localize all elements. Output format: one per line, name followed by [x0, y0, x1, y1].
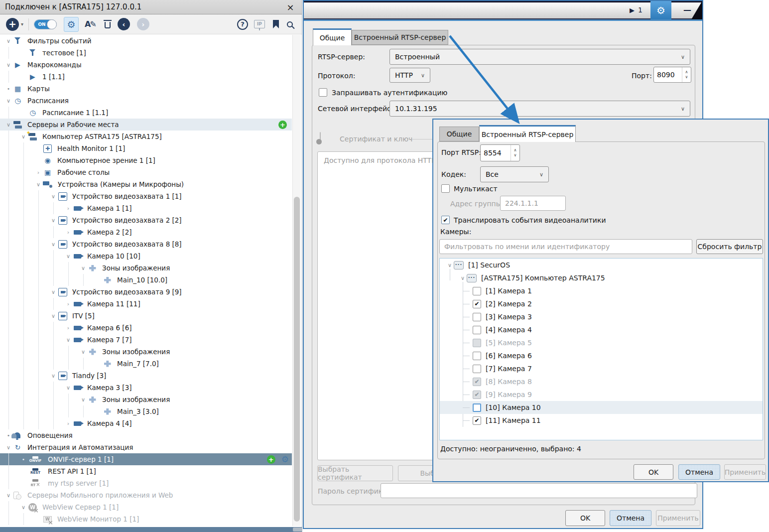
tree-item[interactable]: ›▣Рабочие столы — [0, 166, 292, 178]
expanded-icon[interactable]: ∨ — [49, 373, 58, 379]
tree-item[interactable]: ∨Tiandy [3] — [0, 370, 292, 382]
cancel-button[interactable]: Отмена — [610, 510, 651, 526]
tree-item[interactable]: •Оповещения — [0, 429, 292, 441]
bookmark-icon[interactable] — [273, 20, 279, 28]
add-object-dropdown-icon[interactable]: ▾ — [21, 21, 23, 27]
search-icon[interactable] — [287, 21, 293, 27]
expanded-icon[interactable]: ∨ — [4, 122, 13, 128]
camera-tree-computer[interactable]: ∨ ··· [ASTRA175] Компьютер ASTRA175 — [440, 271, 763, 284]
camera-tree-root[interactable]: ∨ ··· [1] SecurOS — [440, 259, 763, 271]
tab-general[interactable]: Общие — [313, 28, 352, 45]
reset-filter-button[interactable]: Сбросить фильтр — [696, 239, 763, 254]
forward-button[interactable]: › — [137, 18, 149, 30]
tree-item[interactable]: ✚Health Monitor 1 [1] — [0, 142, 292, 154]
tree-item[interactable]: ∨Устройство видеозахвата 9 [9] — [0, 286, 292, 298]
help-button[interactable]: ? — [237, 19, 248, 30]
collapsed-icon[interactable]: › — [64, 325, 73, 331]
tree-item[interactable]: RESTREST API 1 [1] — [0, 465, 292, 477]
camera-checkbox[interactable]: ✔ — [473, 300, 481, 308]
scrollbar-thumb[interactable] — [294, 197, 300, 522]
expanded-icon[interactable]: ∨ — [446, 262, 454, 268]
collapsed-icon[interactable]: › — [34, 169, 43, 176]
expanded-icon[interactable]: ∨ — [19, 504, 28, 511]
tree-item[interactable]: RTmy rtsp server [1] — [0, 477, 292, 489]
dialog-tab-embedded-rtsp-server[interactable]: Встроенный RTSP-сервер — [479, 125, 576, 142]
expanded-icon[interactable]: ∨ — [64, 337, 73, 343]
expanded-icon[interactable]: ∨ — [4, 492, 13, 499]
spin-down-icon[interactable]: ∨ — [685, 75, 688, 80]
expanded-icon[interactable]: ∨ — [49, 289, 58, 295]
scrollbar-thumb[interactable] — [293, 528, 302, 532]
expanded-icon[interactable]: ∨ — [79, 397, 88, 403]
add-badge[interactable]: + — [267, 455, 275, 464]
codec-select[interactable]: Все ∨ — [480, 166, 549, 182]
camera-row[interactable]: [6] Камера 6 — [440, 349, 763, 362]
tree-item[interactable]: ∨★Компьютер ASTRA175 [ASTRA175] — [0, 131, 292, 142]
spinner-arrows[interactable]: ∧ ∨ — [682, 67, 691, 82]
tree-item[interactable]: ∨↻Интеграция и Автоматизация — [0, 441, 292, 453]
rtsp-server-select[interactable]: Встроенный ∨ — [389, 49, 690, 65]
tree-item[interactable]: Main_7 [7.0] — [0, 358, 292, 370]
group-address-input[interactable] — [500, 196, 566, 211]
dialog-ok-button[interactable]: OK — [634, 464, 673, 480]
tree-item[interactable]: ∨Зоны изображения — [0, 262, 292, 274]
camera-checkbox[interactable] — [473, 352, 481, 360]
apply-button[interactable]: Применить — [656, 510, 700, 526]
camera-checkbox[interactable] — [473, 326, 481, 334]
dialog-tab-general[interactable]: Общие — [439, 127, 479, 141]
tree-item[interactable]: ›Камера 6 [6] — [0, 322, 292, 334]
gear-icon[interactable]: ⚙ — [650, 1, 671, 19]
camera-checkbox[interactable] — [473, 339, 481, 347]
request-auth-checkbox[interactable] — [319, 88, 327, 97]
gear-icon[interactable]: ⚙ — [281, 454, 289, 464]
collapsed-icon[interactable]: › — [64, 229, 73, 236]
tree-item[interactable]: WWebView Монитор 1 [1] — [0, 513, 292, 525]
expanded-icon[interactable]: ∨ — [49, 217, 58, 224]
tree-item[interactable]: •ONVIFONVIF-сервер 1 [1]+⚙ — [0, 453, 292, 465]
tree-item[interactable]: Main_3 [3.0] — [0, 405, 292, 417]
ip-devices-button[interactable]: IP — [254, 20, 265, 28]
rename-button[interactable]: A✎ — [85, 19, 96, 29]
collapsed-icon[interactable]: › — [64, 205, 73, 212]
camera-checkbox[interactable] — [473, 287, 481, 295]
settings-button[interactable]: ⚙ — [64, 17, 79, 32]
tree-item[interactable]: ∨Устройство видеозахвата 8 [8] — [0, 238, 292, 250]
tab-embedded-rtsp-server[interactable]: Встроенный RTSP-сервер — [352, 30, 448, 45]
camera-row[interactable]: ✔[8] Камера 8 — [440, 375, 763, 388]
collapsed-icon[interactable]: › — [64, 301, 73, 307]
tree-item[interactable]: ∨Серверы и Рабочие места+ — [0, 119, 292, 131]
tree-item[interactable]: ◷Расписание 1 [1.1] — [0, 107, 292, 119]
camera-checkbox[interactable]: ✔ — [473, 378, 481, 386]
back-button[interactable]: ‹ — [118, 18, 130, 30]
tree-item[interactable]: ∨WWebView Сервер 1 [1] — [0, 501, 292, 513]
expanded-icon[interactable]: ∨ — [49, 193, 58, 200]
port-input[interactable] — [654, 67, 682, 82]
expanded-icon[interactable]: ∨ — [79, 265, 88, 271]
tree-horizontal-scrollbar[interactable] — [0, 527, 302, 532]
collapsed-icon[interactable]: › — [64, 420, 73, 427]
expanded-icon[interactable]: ∨ — [4, 38, 13, 44]
tree-item[interactable]: ∨ITV [5] — [0, 310, 292, 322]
dialog-cancel-button[interactable]: Отмена — [678, 464, 720, 480]
expanded-icon[interactable]: ∨ — [459, 275, 467, 281]
camera-row[interactable]: [1] Камера 1 — [440, 284, 763, 297]
tree-item[interactable]: ∨◷Расписания — [0, 95, 292, 107]
camera-row[interactable]: [7] Камера 7 — [440, 362, 763, 375]
tree-item[interactable]: ›Камера 4 [4] — [0, 417, 292, 429]
tree-item[interactable]: ∨Серверы Мобильного приложения и Web — [0, 489, 292, 501]
add-badge[interactable]: + — [278, 121, 287, 129]
tree-item[interactable]: ›Камера 1 [1] — [0, 202, 292, 214]
camera-filter-input[interactable] — [439, 239, 692, 254]
camera-checkbox[interactable] — [473, 403, 481, 412]
expanded-icon[interactable]: ∨ — [4, 62, 13, 68]
tree-item[interactable]: ∨Зоны изображения — [0, 394, 292, 405]
expanded-icon[interactable]: ∨ — [64, 385, 73, 391]
network-interface-select[interactable]: 10.1.31.195 ∨ — [389, 101, 690, 117]
expanded-icon[interactable]: ∨ — [79, 349, 88, 355]
tree-item[interactable]: ∨Устройство видеозахвата 1 [1] — [0, 190, 292, 202]
tree-item[interactable]: тестовое [1] — [0, 47, 292, 59]
camera-row[interactable]: ✔[11] Камера 11 — [440, 414, 763, 427]
add-object-button[interactable]: + — [6, 18, 19, 31]
camera-row[interactable]: ✔[2] Камера 2 — [440, 297, 763, 310]
camera-checkbox[interactable] — [473, 365, 481, 373]
